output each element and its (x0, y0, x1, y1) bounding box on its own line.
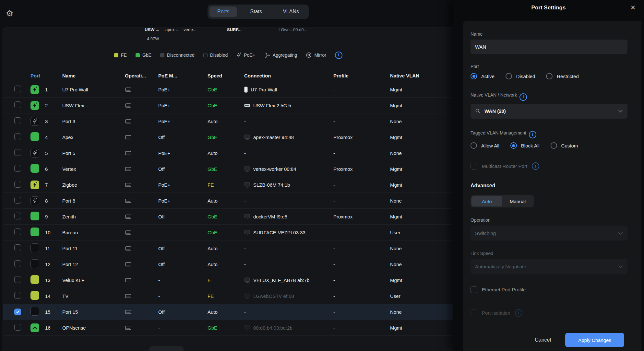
row-checkbox[interactable] (14, 197, 21, 204)
profile-value: Proxmox (333, 214, 390, 219)
table-body: 1U7 Pro WallPoE+GbEU7-Pro-Wall-Mgmt2USW … (3, 82, 453, 336)
row-checkbox[interactable] (14, 309, 21, 315)
row-checkbox[interactable] (14, 101, 21, 108)
gear-icon[interactable]: ⚙ (6, 8, 13, 18)
legend-label: PoE+ (244, 53, 255, 58)
table-row[interactable]: 7ZigbeePoE+FESLZB-06M 74:1b-Mgmt (3, 177, 453, 193)
multicast-router-label: Multicast Router Port (482, 163, 527, 169)
tab-vlans[interactable]: VLANs (275, 6, 307, 17)
table-row[interactable]: 15Port 15OffAuto--None (3, 304, 453, 320)
connection-cell: - (244, 262, 333, 267)
row-checkbox[interactable] (14, 260, 21, 267)
table-row[interactable]: 14TV-FELGwebOSTV ef:08-User (3, 288, 453, 304)
radio-label: Disabled (516, 74, 535, 79)
link-speed-select[interactable]: Automatically Negotiate (471, 259, 627, 274)
column-header-port[interactable]: Port (30, 73, 62, 78)
port-state-radio-active[interactable]: Active (471, 73, 495, 79)
tagged-vlan-radio-block-all[interactable]: Block All (510, 142, 540, 149)
speed-value: GbE (208, 135, 244, 140)
table-row[interactable]: 11Port 11OffAuto--None (3, 240, 453, 256)
port-state-radio-restricted[interactable]: Restricted (546, 73, 579, 79)
panel-footer: Cancel Apply Changes (463, 329, 641, 351)
row-checkbox[interactable] (14, 276, 21, 283)
table-row[interactable]: 3Port 3PoE+Auto--None (3, 113, 453, 129)
profile-value: - (333, 198, 390, 204)
table-row[interactable]: 13Velux KLF-EVELUX_KLF_AB7B ab:7b-Mgmt (3, 272, 453, 288)
tagged-vlan-radio-allow-all[interactable]: Allow All (471, 142, 499, 149)
apply-changes-button[interactable]: Apply Changes (565, 333, 624, 347)
ethernet-port-profile-label: Ethernet Port Profile (482, 287, 526, 292)
chevron-down-icon (618, 265, 623, 268)
column-header-operation[interactable]: Operati... (125, 73, 158, 78)
cancel-button[interactable]: Cancel (535, 337, 551, 343)
port-name: Port 8 (62, 198, 125, 204)
tab-stats[interactable]: Stats (243, 6, 270, 17)
radio-icon (551, 142, 557, 149)
poe-bolt-icon (236, 53, 241, 58)
row-checkbox[interactable] (14, 149, 21, 156)
table-scroll-pill[interactable] (149, 346, 184, 351)
row-checkbox[interactable] (14, 133, 21, 140)
column-header-poe[interactable]: PoE M... (158, 73, 208, 78)
mode-auto-button[interactable]: Auto (471, 196, 502, 206)
multicast-router-checkbox-row[interactable]: Multicast Router Port i (471, 162, 627, 170)
info-icon[interactable]: i (335, 52, 342, 59)
port-state-radio-group: ActiveDisabledRestricted (471, 73, 627, 79)
speed-value: Auto (208, 198, 244, 204)
column-header-connection[interactable]: Connection (244, 73, 333, 78)
mode-manual-button[interactable]: Manual (502, 196, 533, 206)
link-gbe-icon (30, 228, 39, 236)
table-row[interactable]: 9ZenithOffGbEdockerVM f9:e5ProxmoxMgmt (3, 209, 453, 225)
row-checkbox[interactable] (14, 244, 21, 251)
port-number: 12 (45, 262, 62, 267)
row-checkbox[interactable] (14, 228, 21, 235)
column-header-vlan[interactable]: Native VLAN (390, 73, 453, 78)
table-row[interactable]: 16OPNsense-GbE00:d0:b4:03:be:2b-Mgmt (3, 320, 453, 336)
table-row[interactable]: 10Bureau-GbESURFACE-VEZPI 03:33-User (3, 225, 453, 240)
tab-ports[interactable]: Ports (209, 6, 237, 17)
operation-select[interactable]: Switching (471, 226, 627, 240)
port-off-icon (30, 307, 39, 316)
table-row[interactable]: 4ApexOffGbEapex-master 94:48ProxmoxMgmt (3, 129, 453, 145)
row-checkbox[interactable] (14, 213, 21, 219)
operation-cell (125, 246, 158, 251)
table-row[interactable]: 2USW Flex ...PoE+GbEUSW Flex 2.5G 5-Mgmt (3, 98, 453, 113)
table-row[interactable]: 12Port 12OffAuto--None (3, 256, 453, 272)
client-device-icon (244, 214, 250, 219)
ethernet-port-profile-checkbox-row[interactable]: Ethernet Port Profile (471, 286, 627, 293)
connection-cell: SURFACE-VEZPI 03:33 (244, 230, 333, 235)
switch-icon (244, 104, 250, 107)
column-header-profile[interactable]: Profile (333, 73, 390, 78)
switch-operation-icon (125, 262, 158, 267)
client-device-icon (244, 230, 250, 235)
checkbox-icon (471, 310, 477, 316)
port-isolation-checkbox-row[interactable]: Port Isolation i (471, 309, 627, 317)
tagged-vlan-radio-custom[interactable]: Custom (551, 142, 578, 149)
column-header-name[interactable]: Name (62, 73, 125, 78)
operation-cell (125, 135, 158, 140)
poe-mode: PoE+ (158, 150, 208, 156)
native-vlan-select[interactable]: WAN (20) (471, 104, 627, 119)
table-row[interactable]: 6VertexOffGbEvertex-worker 00:84ProxmoxM… (3, 161, 453, 177)
row-checkbox[interactable] (14, 165, 21, 172)
operation-value: Switching (475, 230, 496, 236)
table-row[interactable]: 8Port 8PoE+Auto--None (3, 193, 453, 209)
row-checkbox[interactable] (14, 324, 21, 331)
info-icon[interactable]: i (529, 131, 536, 138)
legend-item: Mirror (306, 52, 326, 58)
name-input[interactable]: WAN (471, 40, 627, 54)
operation-cell (125, 277, 158, 283)
table-row[interactable]: 5Port 5PoE+Auto--None (3, 145, 453, 161)
operation-cell (125, 87, 158, 92)
row-checkbox[interactable] (14, 86, 21, 92)
row-checkbox[interactable] (14, 292, 21, 299)
switch-operation-icon (125, 230, 158, 235)
port-state-radio-disabled[interactable]: Disabled (506, 73, 535, 79)
table-row[interactable]: 1U7 Pro WallPoE+GbEU7-Pro-Wall-Mgmt (3, 82, 453, 98)
row-checkbox[interactable] (14, 117, 21, 124)
column-header-speed[interactable]: Speed (208, 73, 244, 78)
close-icon[interactable]: ✕ (630, 4, 636, 11)
info-icon[interactable]: i (519, 93, 527, 101)
poe-mode: PoE+ (158, 182, 208, 188)
row-checkbox[interactable] (14, 181, 21, 188)
